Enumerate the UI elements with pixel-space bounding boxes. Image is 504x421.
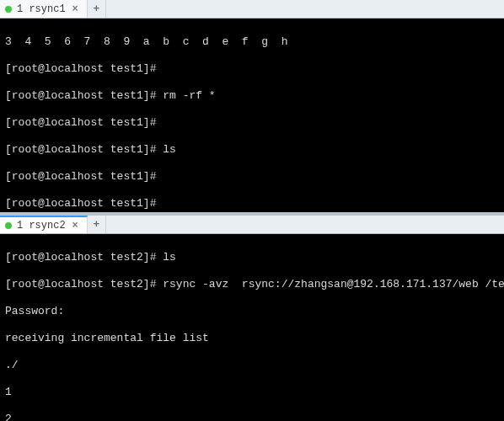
command: rm -rf * <box>163 89 215 102</box>
prompt: [root@localhost test1]# <box>5 197 156 210</box>
prompt: [root@localhost test1]# <box>5 62 156 75</box>
command: ls <box>163 251 176 264</box>
new-tab-button[interactable]: + <box>88 216 106 233</box>
tab-rsync1[interactable]: 1 rsync1 × <box>0 0 88 18</box>
tab-label: 1 rsync2 <box>17 220 66 232</box>
prompt: [root@localhost test2]# <box>5 251 156 264</box>
prompt: [root@localhost test2]# <box>5 278 156 290</box>
rsync-output: ./ <box>5 359 499 372</box>
rsync-output: receiving incremental file list <box>5 332 499 345</box>
terminal-pane-1: 1 rsync1 × + 3 4 5 6 7 8 9 a b c d e f g… <box>0 0 504 212</box>
new-tab-button[interactable]: + <box>88 0 106 18</box>
close-icon[interactable]: × <box>71 220 80 232</box>
terminal-output-top[interactable]: 3 4 5 6 7 8 9 a b c d e f g h [root@loca… <box>0 19 504 212</box>
tab-rsync2[interactable]: 1 rsync2 × <box>0 216 88 233</box>
terminal-output-bottom[interactable]: [root@localhost test2]# ls [root@localho… <box>0 234 504 421</box>
rsync-output: 2 <box>5 413 499 421</box>
password-prompt: Password: <box>5 305 499 318</box>
status-dot-icon <box>5 222 12 229</box>
command: ls <box>163 143 176 156</box>
output-line: 3 4 5 6 7 8 9 a b c d e f g h <box>5 35 499 49</box>
tabbar-bottom: 1 rsync2 × + <box>0 216 504 234</box>
status-dot-icon <box>5 6 12 13</box>
tabbar-top: 1 rsync1 × + <box>0 0 504 19</box>
prompt: [root@localhost test1]# <box>5 170 156 183</box>
rsync-output: 1 <box>5 386 499 399</box>
prompt: [root@localhost test1]# <box>5 116 156 129</box>
command: rsync -avz rsync://zhangsan@192.168.171.… <box>163 278 504 290</box>
tab-label: 1 rsync1 <box>17 3 66 15</box>
prompt: [root@localhost test1]# <box>5 89 156 102</box>
terminal-pane-2: 1 rsync2 × + [root@localhost test2]# ls … <box>0 216 504 421</box>
prompt: [root@localhost test1]# <box>5 143 156 156</box>
close-icon[interactable]: × <box>71 3 80 15</box>
